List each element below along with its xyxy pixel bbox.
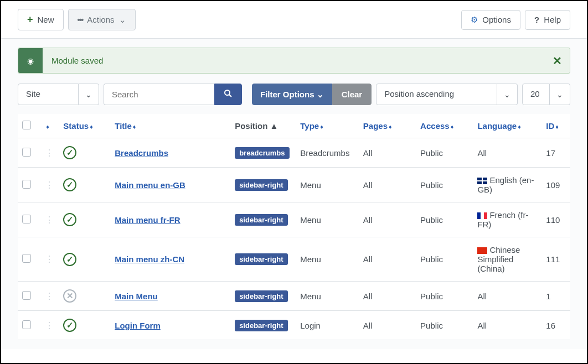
chevron-down-icon: ⌄ xyxy=(79,84,99,105)
module-title-link[interactable]: Main menu en-GB xyxy=(115,180,185,190)
column-access[interactable]: Access♦ xyxy=(416,114,473,138)
cell-type: Login xyxy=(296,311,359,340)
cell-language: Chinese Simplified (China) xyxy=(473,237,541,282)
row-checkbox[interactable] xyxy=(22,291,31,300)
drag-handle-icon[interactable]: ⋮ xyxy=(45,148,54,158)
sort-icon: ♦ xyxy=(320,123,323,130)
column-id[interactable]: ID♦ xyxy=(541,114,570,138)
sort-icon: ♦ xyxy=(451,123,454,130)
cell-access: Public xyxy=(416,311,473,340)
position-badge[interactable]: sidebar-right xyxy=(235,179,287,191)
table-row: ⋮ ✓ Main menu fr-FR sidebar-right Menu A… xyxy=(18,202,570,237)
module-title-link[interactable]: Breadcrumbs xyxy=(115,148,168,158)
row-checkbox[interactable] xyxy=(22,320,31,329)
column-language[interactable]: Language♦ xyxy=(473,114,541,138)
options-button[interactable]: ⚙ Options xyxy=(461,10,520,30)
question-icon: ? xyxy=(534,15,539,24)
position-badge[interactable]: sidebar-right xyxy=(235,253,287,265)
column-status[interactable]: Status♦ xyxy=(59,114,110,138)
position-badge[interactable]: breadcrumbs xyxy=(235,147,289,159)
table-row: ⋮ ✓ Main menu zh-CN sidebar-right Menu A… xyxy=(18,237,570,282)
drag-handle-icon[interactable]: ⋮ xyxy=(45,292,54,301)
module-title-link[interactable]: Main menu zh-CN xyxy=(115,254,184,264)
clear-button[interactable]: Clear xyxy=(332,84,372,105)
sort-select[interactable]: Position ascending ⌄ xyxy=(376,84,518,105)
sort-icon: ♦ xyxy=(46,123,49,130)
column-position[interactable]: Position ▲ xyxy=(230,114,296,138)
cell-language: All xyxy=(473,138,541,168)
drag-handle-icon[interactable]: ⋮ xyxy=(45,321,54,330)
search-button[interactable] xyxy=(214,84,242,105)
row-checkbox[interactable] xyxy=(22,254,31,263)
column-type[interactable]: Type♦ xyxy=(296,114,359,138)
cell-pages: All xyxy=(359,237,416,282)
cell-language: All xyxy=(473,282,541,311)
column-title[interactable]: Title♦ xyxy=(110,114,230,138)
modules-table: ♦ Status♦ Title♦ Position ▲ Type♦ Pages♦… xyxy=(18,114,570,340)
position-badge[interactable]: sidebar-right xyxy=(235,320,287,331)
cell-access: Public xyxy=(416,202,473,237)
position-badge[interactable]: sidebar-right xyxy=(235,290,287,302)
row-checkbox[interactable] xyxy=(22,148,31,157)
new-button-label: New xyxy=(38,15,54,24)
flag-gb-icon xyxy=(477,178,487,184)
module-title-link[interactable]: Main Menu xyxy=(115,292,158,301)
cell-id: 109 xyxy=(541,168,570,202)
chevron-down-icon: ⌄ xyxy=(119,15,126,25)
chevron-down-icon: ⌄ xyxy=(317,90,324,99)
select-all-checkbox[interactable] xyxy=(22,121,31,129)
alert-success: ◉ Module saved ✕ xyxy=(18,48,570,74)
filter-options-button[interactable]: Filter Options ⌄ xyxy=(252,84,332,105)
cell-type: Menu xyxy=(296,237,359,282)
row-checkbox[interactable] xyxy=(22,215,31,223)
status-toggle[interactable]: ✕ xyxy=(63,289,76,303)
sort-icon: ♦ xyxy=(555,123,559,130)
cell-pages: All xyxy=(359,202,416,237)
status-toggle[interactable]: ✓ xyxy=(63,146,76,159)
client-select-value: Site xyxy=(18,84,79,105)
svg-point-0 xyxy=(225,90,230,95)
options-button-label: Options xyxy=(482,15,511,24)
table-row: ⋮ ✓ Login Form sidebar-right Login All P… xyxy=(18,311,570,340)
row-checkbox[interactable] xyxy=(22,180,31,189)
sort-icon: ♦ xyxy=(133,123,136,130)
limit-select[interactable]: 20 ⌄ xyxy=(522,84,570,105)
table-row: ⋮ ✓ Main menu en-GB sidebar-right Menu A… xyxy=(18,168,570,202)
status-toggle[interactable]: ✓ xyxy=(63,253,76,266)
drag-handle-icon[interactable]: ⋮ xyxy=(45,180,54,190)
position-badge[interactable]: sidebar-right xyxy=(235,214,287,226)
column-pages[interactable]: Pages♦ xyxy=(359,114,416,138)
chevron-down-icon: ⌄ xyxy=(497,84,518,105)
gear-icon: ⚙ xyxy=(471,15,478,25)
flag-fr-icon xyxy=(477,212,487,219)
status-toggle[interactable]: ✓ xyxy=(63,213,76,226)
alert-icon-box: ◉ xyxy=(18,48,43,73)
status-toggle[interactable]: ✓ xyxy=(63,178,76,191)
cell-id: 17 xyxy=(541,138,570,168)
new-button[interactable]: + New xyxy=(18,9,64,30)
cell-id: 111 xyxy=(541,237,570,282)
status-toggle[interactable]: ✓ xyxy=(63,319,76,332)
client-select[interactable]: Site ⌄ xyxy=(18,84,99,105)
module-title-link[interactable]: Main menu fr-FR xyxy=(115,215,180,225)
module-title-link[interactable]: Login Form xyxy=(115,321,161,330)
actions-button-label: Actions xyxy=(87,15,114,24)
help-button[interactable]: ? Help xyxy=(525,10,570,30)
check-circle-icon: ◉ xyxy=(27,56,34,65)
actions-button[interactable]: ••• Actions ⌄ xyxy=(68,9,136,30)
cell-id: 16 xyxy=(541,311,570,340)
table-row: ⋮ ✓ Breadcrumbs breadcrumbs Breadcrumbs … xyxy=(18,138,570,168)
chevron-down-icon: ⌄ xyxy=(550,84,570,105)
cell-pages: All xyxy=(359,311,416,340)
search-input[interactable] xyxy=(104,84,214,105)
sort-icon: ♦ xyxy=(389,123,392,130)
column-ordering[interactable]: ♦ xyxy=(40,114,59,138)
alert-close-button[interactable]: ✕ xyxy=(553,54,562,67)
toolbar: + New ••• Actions ⌄ ⚙ Options ? Help xyxy=(1,1,587,39)
drag-handle-icon[interactable]: ⋮ xyxy=(45,254,54,264)
cell-id: 110 xyxy=(541,202,570,237)
drag-handle-icon[interactable]: ⋮ xyxy=(45,215,54,225)
cell-id: 1 xyxy=(541,282,570,311)
search-icon xyxy=(224,89,233,98)
alert-message: Module saved xyxy=(43,48,112,73)
